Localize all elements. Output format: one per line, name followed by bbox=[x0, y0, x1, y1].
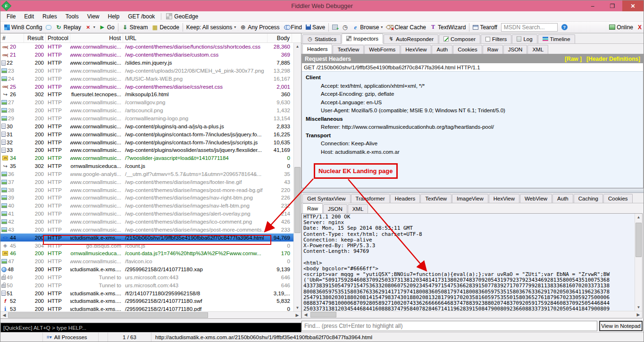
scroll-down-icon[interactable]: ▼ bbox=[635, 304, 642, 311]
scroll-left-icon[interactable]: ◀ bbox=[302, 311, 309, 318]
table-row[interactable]: 39 200 HTTP www.cornwallmusic... /wp-con… bbox=[0, 194, 293, 202]
table-row[interactable]: 48 200 HTTP actudismatik.e-xms.... /2959… bbox=[0, 266, 293, 274]
request-tab[interactable]: Headers bbox=[302, 44, 332, 54]
raw-link[interactable]: [Raw ] bbox=[565, 56, 582, 62]
capture-screenshot-button[interactable] bbox=[330, 24, 340, 31]
table-row[interactable]: 46 200 HTTP cornwallmusiceduca... /count… bbox=[0, 250, 293, 258]
scroll-down-icon[interactable]: ▼ bbox=[294, 304, 301, 311]
response-tab[interactable]: Get SyntaxView bbox=[302, 194, 351, 203]
scrollbar-thumb[interactable] bbox=[310, 312, 336, 317]
table-row[interactable]: 43 200 HTTP www.cornwallmusic... /wp-con… bbox=[0, 225, 293, 234]
find-button[interactable]: Find bbox=[282, 23, 304, 32]
table-row[interactable]: 40 200 HTTP www.cornwallmusic... /wp-con… bbox=[0, 202, 293, 210]
header-entry[interactable]: Accept: text/html, application/xhtml+xml… bbox=[306, 82, 643, 91]
tearoff-button[interactable]: Tearoff bbox=[471, 23, 499, 32]
response-tab[interactable]: Caching bbox=[574, 194, 603, 203]
table-row[interactable]: 22 200 HTTP www.cornwallmusic... /slides… bbox=[0, 59, 293, 67]
view-in-notepad-button[interactable]: View in Notepad bbox=[599, 321, 643, 331]
main-tab[interactable]: Timeline bbox=[538, 34, 575, 43]
header-entry[interactable]: User-Agent: Mozilla/5.0 (compatible; MSI… bbox=[306, 107, 643, 115]
browse-button[interactable]: eBrowse▾ bbox=[350, 23, 385, 32]
table-row[interactable]: 31 200 HTTP www.cornwallmusic... /wp-con… bbox=[0, 130, 293, 138]
menu-item[interactable]: View bbox=[83, 12, 104, 21]
main-tab[interactable]: Log bbox=[512, 34, 537, 43]
menu-item[interactable]: Help bbox=[104, 12, 124, 21]
win8-config-button[interactable]: Win8 Config bbox=[2, 23, 44, 32]
column-header-protocol[interactable]: Protocol bbox=[46, 33, 70, 42]
minimize-button[interactable]: – bbox=[583, 0, 602, 11]
close-button[interactable]: ✕ bbox=[622, 0, 644, 11]
main-tab[interactable]: Composer bbox=[439, 34, 480, 43]
help-button[interactable]: ? bbox=[560, 23, 569, 31]
table-row[interactable]: 45 304 HTTP go.disqus.com /count.js 0 bbox=[0, 242, 293, 250]
table-row[interactable]: 44 200 HTTP actudismatik.e-xms.... /2150… bbox=[0, 234, 293, 242]
table-row[interactable]: 23 200 HTTP www.cornwallmusic... /wp-con… bbox=[0, 67, 293, 75]
request-line[interactable]: GET /2150b060shv/1/9ffbf35e4190fbba62f70… bbox=[302, 63, 643, 72]
textwizard-button[interactable]: TTextWizard bbox=[428, 23, 468, 32]
table-row[interactable]: 41 200 HTTP www.cornwallmusic... /wp-con… bbox=[0, 210, 293, 218]
response-vertical-scrollbar[interactable]: ▲ ▼ bbox=[635, 214, 642, 311]
restore-button[interactable]: ❐ bbox=[602, 0, 622, 11]
table-row[interactable]: 26 302 HTTP fluersutel.tecnopes... /miks… bbox=[0, 91, 293, 99]
request-tab[interactable]: TextView bbox=[333, 45, 364, 54]
table-row[interactable]: 49 200 HTTP Tunnel to urs.microsoft.com:… bbox=[0, 273, 293, 281]
menu-item[interactable]: Edit bbox=[20, 12, 38, 21]
header-group-name[interactable]: Miscellaneous bbox=[306, 115, 643, 124]
table-row[interactable]: 25 200 HTTP www.cornwallmusic... /wp-con… bbox=[0, 83, 293, 91]
main-tab[interactable]: Filters bbox=[481, 34, 511, 43]
menu-item[interactable]: GET /book bbox=[124, 12, 159, 21]
table-row[interactable]: 27 200 HTTP www.cornwallmusic... /cornwa… bbox=[0, 99, 293, 107]
all-processes-filter[interactable]: ≡▾ All Processes bbox=[43, 333, 99, 342]
header-definitions-link[interactable]: [Header Definitions] bbox=[586, 56, 640, 62]
column-header-number[interactable]: # bbox=[0, 33, 24, 42]
scroll-right-icon[interactable]: ▶ bbox=[293, 312, 301, 318]
request-tab[interactable]: HexView bbox=[401, 45, 431, 54]
menu-item[interactable]: File bbox=[2, 12, 20, 21]
column-header-host[interactable]: Host bbox=[70, 33, 123, 42]
header-entry[interactable]: Host: actudismatik.e-xms.com.ar bbox=[306, 148, 643, 157]
keep-sessions-dropdown[interactable]: Keep: All sessions▾ bbox=[184, 23, 238, 32]
table-row[interactable]: 51 200 HTTP actudismatik.e-xms.... /f/2/… bbox=[0, 289, 293, 297]
table-row[interactable]: 24 200 HTTP www.cornwallmusic... /MUSIC-… bbox=[0, 75, 293, 83]
table-row[interactable]: 35 302 HTTP cornwallmusiceduca... /count… bbox=[0, 162, 293, 170]
response-tab[interactable]: Headers bbox=[390, 194, 420, 203]
panel-splitter[interactable] bbox=[301, 188, 644, 193]
online-indicator[interactable]: Online bbox=[607, 23, 635, 32]
any-process-button[interactable]: ⊕Any Process bbox=[238, 23, 281, 32]
table-row[interactable]: 38 200 HTTP www.cornwallmusic... /wp-con… bbox=[0, 186, 293, 194]
go-button[interactable]: ▶Go bbox=[97, 23, 117, 32]
comment-button[interactable] bbox=[44, 24, 53, 31]
response-subtab[interactable]: JSON bbox=[323, 204, 347, 213]
response-raw-text[interactable]: HTTP/1.1 200 OK Server: nginx Date: Mon,… bbox=[302, 214, 635, 311]
response-tab[interactable]: HexView bbox=[489, 194, 519, 203]
table-row[interactable]: 28 200 HTTP www.cornwallmusic... /artsco… bbox=[0, 107, 293, 115]
scroll-up-icon[interactable]: ▲ bbox=[635, 214, 642, 221]
header-entry[interactable]: Referer: http://www.cornwallmusiceducati… bbox=[306, 123, 643, 132]
request-tab[interactable]: JSON bbox=[503, 45, 527, 54]
table-row[interactable]: 20 200 HTTP www.cornwallmusic... /wp-con… bbox=[0, 43, 293, 51]
response-tab[interactable]: Transformer bbox=[351, 194, 390, 203]
table-row[interactable]: 47 200 HTTP www.cornwallmusic... /favico… bbox=[0, 258, 293, 266]
table-row[interactable]: 53 200 HTTP actudismatik.e-xms.... /2959… bbox=[0, 305, 293, 311]
menu-item[interactable]: Tools bbox=[61, 12, 83, 21]
table-row[interactable]: 34 200 HTTP www.cornwallmusic... /?woosl… bbox=[0, 154, 293, 162]
request-tab[interactable]: WebForms bbox=[364, 45, 400, 54]
msdn-search-input[interactable]: MSDN Search... bbox=[501, 23, 558, 32]
response-tab[interactable]: Cookies bbox=[603, 194, 633, 203]
save-button[interactable]: Save bbox=[304, 23, 327, 32]
session-list-horizontal-scrollbar[interactable]: ◀ ▶ bbox=[0, 311, 301, 318]
table-row[interactable]: 50 200 HTTP Tunnel to urs.microsoft.com:… bbox=[0, 281, 293, 289]
quickexec-input[interactable]: [QuickExec] ALT+Q > type HELP... bbox=[0, 323, 301, 333]
column-header-url[interactable]: URL bbox=[123, 33, 268, 42]
table-row[interactable]: 29 200 HTTP www.cornwallmusic... /cornwa… bbox=[0, 115, 293, 123]
table-row[interactable]: 37 200 HTTP www.cornwallmusic... /wp-con… bbox=[0, 178, 293, 186]
response-subtab[interactable]: XML bbox=[348, 204, 368, 213]
menu-item[interactable]: Rules bbox=[38, 12, 61, 21]
main-tab[interactable]: AutoResponder bbox=[384, 34, 438, 43]
response-tab[interactable]: WebView bbox=[520, 194, 552, 203]
response-tab[interactable]: ImageView bbox=[452, 194, 488, 203]
column-header-body[interactable]: Body bbox=[268, 33, 292, 42]
capturing-indicator-cell[interactable] bbox=[0, 333, 43, 342]
scrollbar-thumb[interactable] bbox=[8, 312, 208, 318]
main-tab[interactable]: Inspectors bbox=[342, 33, 383, 43]
